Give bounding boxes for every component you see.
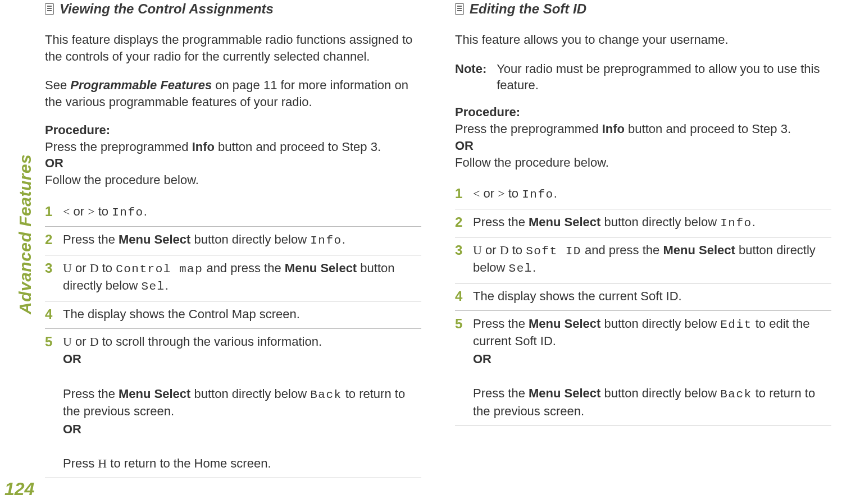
sidebar: Advanced Features <box>0 0 34 504</box>
step-number: 4 <box>45 306 55 323</box>
bold: Info <box>602 122 625 136</box>
step: 3U or D to Soft ID and press the Menu Se… <box>455 237 831 283</box>
procedure-line-1: Press the preprogrammed Info button and … <box>455 121 831 138</box>
step-number: 4 <box>455 288 465 305</box>
note-label: Note: <box>455 61 486 94</box>
bold: Menu Select <box>529 386 600 400</box>
procedure-line-2: Follow the procedure below. <box>455 154 831 171</box>
step: 2Press the Menu Select button directly b… <box>45 227 421 255</box>
step-number: 5 <box>45 333 55 472</box>
key-symbol: U <box>63 261 72 275</box>
step-number: 2 <box>455 214 465 231</box>
key-symbol: U <box>473 243 482 257</box>
step: 3U or D to Control map and press the Men… <box>45 255 421 301</box>
key-symbol: D <box>500 243 509 257</box>
mono-text: Sel <box>509 262 533 275</box>
step-body: U or D to Soft ID and press the Menu Sel… <box>473 242 831 277</box>
heading-left-text: Viewing the Control Assignments <box>60 1 274 17</box>
left-column: Viewing the Control Assignments This fea… <box>45 1 421 478</box>
mono-text: Edit <box>720 318 752 331</box>
key-symbol: < <box>473 186 480 200</box>
mono-text: Soft ID <box>526 245 581 258</box>
key-symbol: > <box>498 186 504 200</box>
procedure-label: Procedure: <box>45 123 421 138</box>
mono-text: Back <box>310 388 342 401</box>
procedure-line-1: Press the preprogrammed Info button and … <box>45 139 421 155</box>
step-body: U or D to Control map and press the Menu… <box>63 260 421 295</box>
left-intro-2: See Programmable Features on page 11 for… <box>45 77 421 110</box>
mono-text: Info <box>522 188 553 201</box>
bold: Menu Select <box>119 232 190 246</box>
step: 5U or D to scroll through the various in… <box>45 329 421 478</box>
bold: Menu Select <box>285 261 357 275</box>
step-number: 5 <box>455 315 465 419</box>
or-separator: OR <box>45 156 421 171</box>
step-body: The display shows the Control Map screen… <box>63 306 421 323</box>
bold: Menu Select <box>663 243 735 257</box>
note-row: Note: Your radio must be preprogrammed t… <box>455 61 831 94</box>
step: 4The display shows the Control Map scree… <box>45 301 421 329</box>
mono-text: Back <box>720 388 752 401</box>
page-number: 124 <box>4 479 34 500</box>
step-number: 1 <box>455 185 465 203</box>
document-icon <box>45 3 54 15</box>
mono-text: Info <box>112 206 143 219</box>
step-number: 1 <box>45 203 55 221</box>
key-symbol: < <box>63 204 70 218</box>
text: See <box>45 78 70 92</box>
step: 5Press the Menu Select button directly b… <box>455 311 831 425</box>
text: button and proceed to Step 3. <box>625 122 791 136</box>
step: 1< or > to Info. <box>455 181 831 209</box>
key-symbol: > <box>88 204 94 218</box>
step-body: Press the Menu Select button directly be… <box>473 214 831 231</box>
heading-left: Viewing the Control Assignments <box>45 1 421 17</box>
key-symbol: D <box>90 261 99 275</box>
text: button and proceed to Step 3. <box>215 140 381 154</box>
text: Press the preprogrammed <box>45 140 192 154</box>
step-body: U or D to scroll through the various inf… <box>63 333 421 472</box>
procedure-label: Procedure: <box>455 105 831 120</box>
bold-ref: Programmable Features <box>70 78 212 92</box>
heading-right-text: Editing the Soft ID <box>470 1 586 17</box>
step: 2Press the Menu Select button directly b… <box>455 209 831 237</box>
bold: Info <box>192 140 215 154</box>
step-body: The display shows the current Soft ID. <box>473 288 831 305</box>
right-steps: 1< or > to Info.2Press the Menu Select b… <box>455 181 831 425</box>
bold: Menu Select <box>119 387 190 401</box>
step-body: Press the Menu Select button directly be… <box>63 231 421 249</box>
mono-text: Info <box>310 234 342 247</box>
heading-right: Editing the Soft ID <box>455 1 831 17</box>
bold: Menu Select <box>529 317 600 331</box>
or-separator: OR <box>63 421 421 438</box>
or-separator: OR <box>455 139 831 153</box>
mono-text: Sel <box>141 280 165 293</box>
step: 4The display shows the current Soft ID. <box>455 283 831 311</box>
or-separator: OR <box>473 351 831 368</box>
text: Press the preprogrammed <box>455 122 602 136</box>
step: 1< or > to Info. <box>45 199 421 227</box>
note-text: Your radio must be preprogrammed to allo… <box>497 61 831 94</box>
left-steps: 1< or > to Info.2Press the Menu Select b… <box>45 199 421 478</box>
step-body: < or > to Info. <box>63 203 421 221</box>
step-number: 2 <box>45 231 55 249</box>
document-icon <box>455 3 464 15</box>
step-body: < or > to Info. <box>473 185 831 203</box>
mono-text: Control map <box>116 263 203 276</box>
or-separator: OR <box>63 351 421 368</box>
step-number: 3 <box>45 260 55 295</box>
page-content: Viewing the Control Assignments This fea… <box>45 1 843 478</box>
bold: Menu Select <box>529 215 600 229</box>
sidebar-section-label: Advanced Features <box>16 154 35 314</box>
step-body: Press the Menu Select button directly be… <box>473 315 831 419</box>
procedure-line-2: Follow the procedure below. <box>45 172 421 189</box>
left-intro-1: This feature displays the programmable r… <box>45 31 421 65</box>
right-column: Editing the Soft ID This feature allows … <box>455 1 831 478</box>
step-number: 3 <box>455 242 465 277</box>
key-symbol: U <box>63 335 72 349</box>
right-intro-1: This feature allows you to change your u… <box>455 31 831 48</box>
key-symbol: D <box>90 335 99 349</box>
key-symbol: H <box>98 456 107 470</box>
mono-text: Info <box>720 217 752 230</box>
